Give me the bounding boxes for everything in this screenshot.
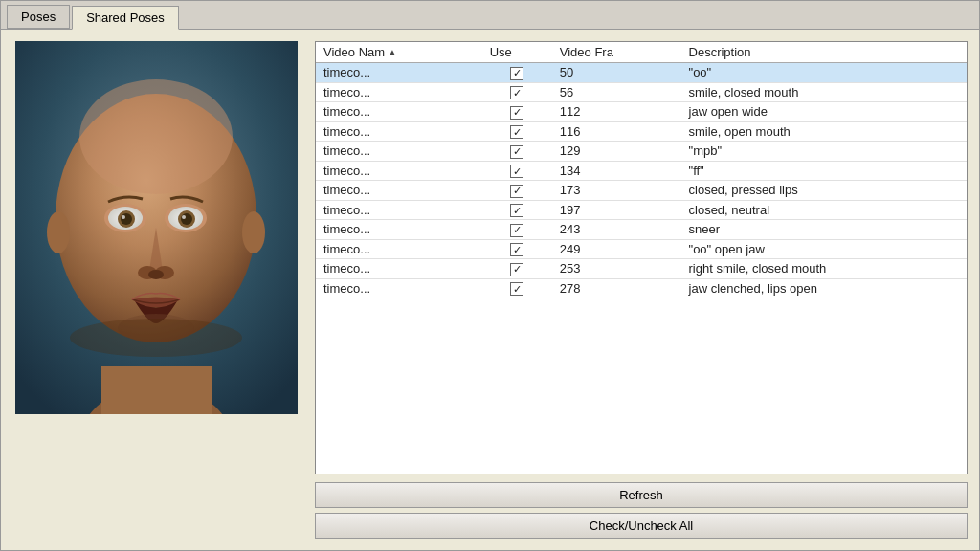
use-checkbox[interactable]: ✓ xyxy=(510,224,523,237)
cell-description: smile, closed mouth xyxy=(681,82,967,102)
cell-use: ✓ xyxy=(482,239,552,259)
cell-use: ✓ xyxy=(482,278,552,298)
cell-frame: 129 xyxy=(552,142,681,162)
cell-description: "mpb" xyxy=(681,142,967,162)
table-row[interactable]: timeco...✓249"oo" open jaw xyxy=(316,239,967,259)
cell-description: "ff" xyxy=(681,161,967,181)
poses-table: Video Nam ▲ Use Video Fra D xyxy=(316,42,967,298)
cell-frame: 50 xyxy=(552,63,681,83)
use-checkbox[interactable]: ✓ xyxy=(510,282,523,296)
table-row[interactable]: timeco...✓253right smile, closed mouth xyxy=(316,259,967,279)
cell-description: "oo" xyxy=(681,63,967,83)
table-row[interactable]: timeco...✓56smile, closed mouth xyxy=(316,82,967,102)
table-row[interactable]: timeco...✓116smile, open mouth xyxy=(316,121,967,142)
cell-use: ✓ xyxy=(482,161,552,181)
use-checkbox[interactable]: ✓ xyxy=(510,263,523,276)
col-header-description: Description xyxy=(681,42,967,63)
use-checkbox[interactable]: ✓ xyxy=(510,125,523,139)
use-checkbox[interactable]: ✓ xyxy=(510,243,523,256)
use-checkbox[interactable]: ✓ xyxy=(510,204,523,217)
cell-video-name: timeco... xyxy=(316,259,482,279)
cell-use: ✓ xyxy=(482,142,552,162)
face-panel xyxy=(12,41,300,539)
cell-video-name: timeco... xyxy=(316,102,482,122)
main-window: Poses Shared Poses xyxy=(0,0,980,551)
svg-point-4 xyxy=(79,79,233,194)
tab-bar: Poses Shared Poses xyxy=(1,1,979,30)
table-row[interactable]: timeco...✓50"oo" xyxy=(316,63,967,83)
table-row[interactable]: timeco...✓278jaw clenched, lips open xyxy=(316,278,967,298)
cell-use: ✓ xyxy=(482,102,552,122)
cell-use: ✓ xyxy=(482,259,552,279)
cell-frame: 173 xyxy=(552,181,681,201)
cell-description: right smile, closed mouth xyxy=(681,259,967,279)
cell-description: "oo" open jaw xyxy=(681,239,967,259)
table-row[interactable]: timeco...✓112jaw open wide xyxy=(316,102,967,122)
face-image xyxy=(15,41,298,414)
use-checkbox[interactable]: ✓ xyxy=(510,165,523,178)
cell-video-name: timeco... xyxy=(316,161,482,181)
use-checkbox[interactable]: ✓ xyxy=(510,145,523,159)
col-header-use: Use xyxy=(482,42,552,63)
table-row[interactable]: timeco...✓243sneer xyxy=(316,220,967,240)
use-checkbox[interactable]: ✓ xyxy=(510,185,523,198)
col-header-video-frame: Video Fra xyxy=(552,42,681,63)
table-row[interactable]: timeco...✓129"mpb" xyxy=(316,142,967,162)
cell-frame: 197 xyxy=(552,200,681,220)
cell-description: sneer xyxy=(681,220,967,240)
refresh-button[interactable]: Refresh xyxy=(315,482,968,508)
cell-video-name: timeco... xyxy=(316,278,482,298)
table-row[interactable]: timeco...✓134"ff" xyxy=(316,161,967,181)
svg-point-21 xyxy=(70,319,242,357)
cell-frame: 116 xyxy=(552,121,681,142)
use-checkbox[interactable]: ✓ xyxy=(510,106,523,120)
cell-video-name: timeco... xyxy=(316,82,482,102)
cell-description: smile, open mouth xyxy=(681,121,967,142)
svg-point-19 xyxy=(47,211,70,253)
cell-video-name: timeco... xyxy=(316,142,482,162)
sort-arrow-icon: ▲ xyxy=(388,47,397,57)
cell-use: ✓ xyxy=(482,82,552,102)
cell-frame: 278 xyxy=(552,278,681,298)
table-container: Video Nam ▲ Use Video Fra D xyxy=(315,41,968,474)
cell-use: ✓ xyxy=(482,63,552,83)
cell-use: ✓ xyxy=(482,181,552,201)
tab-shared-poses[interactable]: Shared Poses xyxy=(72,6,179,30)
cell-video-name: timeco... xyxy=(316,220,482,240)
cell-description: jaw open wide xyxy=(681,102,967,122)
cell-description: jaw clenched, lips open xyxy=(681,278,967,298)
cell-frame: 134 xyxy=(552,161,681,181)
svg-point-20 xyxy=(242,211,265,253)
tab-poses[interactable]: Poses xyxy=(7,5,70,29)
use-checkbox[interactable]: ✓ xyxy=(510,67,523,80)
cell-frame: 249 xyxy=(552,239,681,259)
cell-video-name: timeco... xyxy=(316,200,482,220)
cell-video-name: timeco... xyxy=(316,239,482,259)
table-row[interactable]: timeco...✓197closed, neutral xyxy=(316,200,967,220)
cell-use: ✓ xyxy=(482,200,552,220)
use-checkbox[interactable]: ✓ xyxy=(510,86,523,99)
content-area: Video Nam ▲ Use Video Fra D xyxy=(1,30,979,550)
right-panel: Video Nam ▲ Use Video Fra D xyxy=(315,41,968,539)
cell-video-name: timeco... xyxy=(316,63,482,83)
cell-video-name: timeco... xyxy=(316,121,482,142)
svg-point-8 xyxy=(121,213,132,225)
cell-frame: 253 xyxy=(552,259,681,279)
check-uncheck-button[interactable]: Check/Uncheck All xyxy=(315,513,968,539)
cell-frame: 56 xyxy=(552,82,681,102)
svg-point-17 xyxy=(148,270,164,279)
cell-description: closed, neutral xyxy=(681,200,967,220)
svg-point-14 xyxy=(182,215,186,219)
svg-rect-2 xyxy=(101,366,212,414)
cell-frame: 112 xyxy=(552,102,681,122)
cell-use: ✓ xyxy=(482,220,552,240)
cell-frame: 243 xyxy=(552,220,681,240)
cell-use: ✓ xyxy=(482,121,552,142)
svg-point-13 xyxy=(181,213,192,225)
cell-video-name: timeco... xyxy=(316,181,482,201)
table-row[interactable]: timeco...✓173closed, pressed lips xyxy=(316,181,967,201)
svg-point-9 xyxy=(122,215,125,219)
col-header-video-name: Video Nam ▲ xyxy=(316,42,482,63)
button-row: Refresh Check/Uncheck All xyxy=(315,482,968,539)
table-header-row: Video Nam ▲ Use Video Fra D xyxy=(316,42,967,63)
